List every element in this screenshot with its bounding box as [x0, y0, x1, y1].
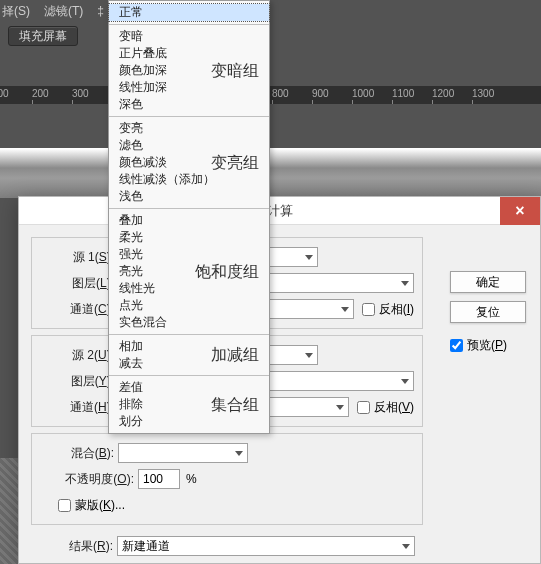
preview-checkbox[interactable]: 预览(P)	[450, 337, 526, 354]
blend-option[interactable]: 实色混合	[109, 314, 269, 331]
group-label: 饱和度组	[195, 261, 259, 282]
blend-option[interactable]: 变亮	[109, 120, 269, 137]
blend-label: 混合(B):	[40, 445, 118, 462]
blend-option[interactable]: 深色	[109, 96, 269, 113]
ruler-tick: 1000	[352, 88, 374, 99]
ruler-tick: 200	[32, 88, 49, 99]
source2-label: 源 2(U):	[40, 347, 118, 364]
group-label: 变暗组	[211, 60, 259, 81]
blend-option[interactable]: 线性光	[109, 280, 269, 297]
horizontal-ruler: 1002003004005006007008009001000110012001…	[0, 86, 541, 104]
invert-i-checkbox[interactable]: 反相(I)	[362, 301, 414, 318]
blend-option[interactable]: 正常	[109, 4, 269, 21]
reset-button[interactable]: 复位	[450, 301, 526, 323]
fill-screen-button[interactable]: 填充屏幕	[8, 26, 78, 46]
ruler-tick: 900	[312, 88, 329, 99]
group-label: 变亮组	[211, 152, 259, 173]
dialog-titlebar[interactable]: 计算 ×	[19, 197, 540, 225]
result-label: 结果(R):	[39, 538, 117, 555]
blend-option[interactable]: 划分	[109, 413, 269, 430]
close-icon[interactable]: ×	[500, 197, 540, 225]
canvas-preview	[0, 148, 541, 198]
opacity-input[interactable]	[138, 469, 180, 489]
ruler-tick: 1200	[432, 88, 454, 99]
layer-y-label: 图层(Y):	[40, 373, 118, 390]
result-group: 结果(R): 新建通道	[31, 531, 423, 561]
canvas-strip	[0, 458, 18, 564]
calculations-dialog: 计算 × 源 1(S): 图层(L): 通道(C): 反相(I)	[18, 196, 541, 564]
blend-group: 混合(B): 不透明度(O): % 蒙版(K)...	[31, 433, 423, 525]
blend-option[interactable]: 线性加深	[109, 79, 269, 96]
diff-group: 差值 排除 划分 集合组	[109, 376, 269, 433]
blend-option[interactable]: 浅色	[109, 188, 269, 205]
mask-checkbox[interactable]: 蒙版(K)...	[58, 497, 125, 514]
ok-button[interactable]: 确定	[450, 271, 526, 293]
ruler-tick: 1100	[392, 88, 414, 99]
group-label: 集合组	[211, 394, 259, 415]
ruler-tick: 100	[0, 88, 9, 99]
ruler-tick: 300	[72, 88, 89, 99]
sat-group: 叠加 柔光 强光 亮光 线性光 点光 实色混合 饱和度组	[109, 209, 269, 335]
ruler-tick: 800	[272, 88, 289, 99]
blend-option[interactable]: 叠加	[109, 212, 269, 229]
blend-option[interactable]: 点光	[109, 297, 269, 314]
blend-option[interactable]: 柔光	[109, 229, 269, 246]
dialog-title: 计算	[267, 202, 293, 220]
opacity-label: 不透明度(O):	[40, 471, 138, 488]
blend-select[interactable]	[118, 443, 248, 463]
channel-c-label: 通道(C):	[40, 301, 118, 318]
blend-option[interactable]: 变暗	[109, 28, 269, 45]
result-select[interactable]: 新建通道	[117, 536, 415, 556]
layer-l-label: 图层(L):	[40, 275, 118, 292]
channel-h-label: 通道(H):	[40, 399, 118, 416]
group-label: 加减组	[211, 345, 259, 366]
lighten-group: 变亮 滤色 颜色减淡 线性减淡（添加） 浅色 变亮组	[109, 117, 269, 209]
ps-menubar[interactable]: 择(S) 滤镜(T) ‡	[0, 0, 541, 22]
ruler-tick: 1300	[472, 88, 494, 99]
source1-label: 源 1(S):	[40, 249, 118, 266]
menu-extra[interactable]: ‡	[97, 4, 104, 18]
percent-label: %	[186, 472, 197, 486]
blend-mode-popup[interactable]: 正常 变暗 正片叠底 颜色加深 线性加深 深色 变暗组 变亮 滤色 颜色减淡 线…	[108, 0, 270, 434]
invert-v-checkbox[interactable]: 反相(V)	[357, 399, 414, 416]
menu-filter[interactable]: 滤镜(T)	[44, 3, 83, 20]
blend-option[interactable]: 线性减淡（添加）	[109, 171, 269, 188]
math-group: 相加 减去 加减组	[109, 335, 269, 376]
darken-group: 变暗 正片叠底 颜色加深 线性加深 深色 变暗组	[109, 25, 269, 117]
menu-select[interactable]: 择(S)	[2, 3, 30, 20]
